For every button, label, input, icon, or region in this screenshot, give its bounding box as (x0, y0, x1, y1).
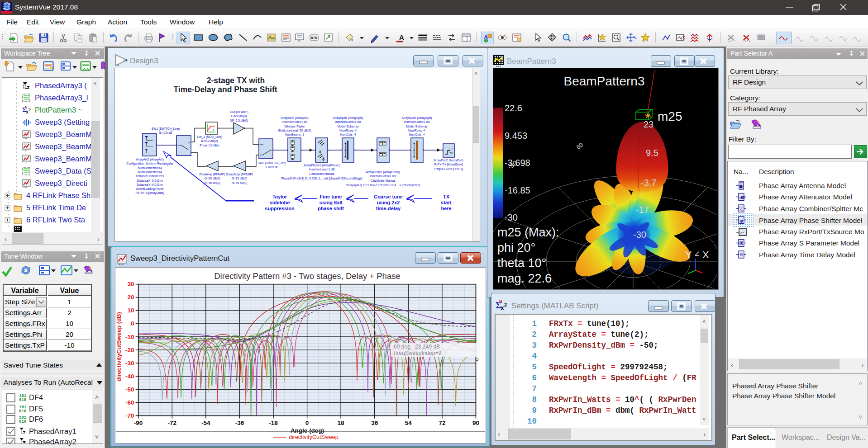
svg-text:-20: -20 (125, 347, 134, 354)
svg-text:Angle (deg): Angle (deg) (291, 427, 324, 434)
svg-text:ArrayAnt1 (ArrayAnt): ArrayAnt1 (ArrayAnt) (136, 158, 163, 161)
svg-text:NumCols=4: NumCols=4 (340, 133, 356, 136)
svg-text:-16.85: -16.85 (505, 185, 530, 195)
svg-text:9: 9 (532, 406, 537, 415)
svg-text:dB: dB (739, 195, 745, 200)
svg-text:X: X (702, 249, 709, 260)
svg-text:-50: -50 (125, 386, 134, 393)
svg-text:RxPwrDensity_dBm = -50;: RxPwrDensity_dBm = -50; (549, 341, 658, 350)
svg-text:FRxTx = tune(10);: FRxTx = tune(10); (549, 319, 630, 328)
svg-text:ArraySplit1 (ArraySplit): ArraySplit1 (ArraySplit) (333, 116, 363, 120)
svg-text:Lim_1 (MOD_Line): Lim_1 (MOD_Line) (197, 135, 222, 139)
svg-text:RxTx=Tx [ArrayState]: RxTx=Tx [ArrayState] (135, 191, 164, 195)
svg-text:ArrayDelay1 (ArrayDelay): ArrayDelay1 (ArrayDelay) (366, 170, 400, 174)
svg-text:69 deg, -23.249 dB: 69 deg, -23.249 dB (394, 344, 440, 350)
svg-text:NumElementsY=4: NumElementsY=4 (138, 170, 162, 174)
svg-text:IL=0.5 dB: IL=0.5 dB (266, 165, 279, 169)
svg-text:-30: -30 (505, 212, 518, 222)
svg-text:InsertionLoss=1 dB: InsertionLoss=1 dB (282, 120, 308, 123)
svg-text:(freqSweepIndep=9: (freqSweepIndep=9 (394, 350, 441, 356)
svg-text:SW2 (SWITCH_Line): SW2 (SWITCH_Line) (258, 161, 286, 165)
svg-text:010: 010 (19, 420, 26, 424)
svg-text:8: 8 (532, 395, 537, 404)
svg-text:NumCols=4: NumCols=4 (409, 133, 425, 136)
svg-text:2: 2 (29, 108, 31, 112)
svg-text:InsertionLoss=1 dB: InsertionLoss=1 dB (404, 120, 430, 123)
svg-text:NumBeams=1: NumBeams=1 (285, 133, 304, 136)
svg-text:2-stage TX with: 2-stage TX with (207, 76, 265, 85)
svg-text:G=20 dB(0): G=20 dB(0) (231, 114, 247, 118)
svg-text:Freq=10 GHz [FRxTx]: Freq=10 GHz [FRxTx] (434, 167, 463, 171)
svg-text:-90: -90 (134, 420, 143, 426)
svg-text:InsertionLoss=1 dB: InsertionLoss=1 dB (335, 120, 361, 123)
svg-text:9.453: 9.453 (505, 131, 527, 141)
svg-text:23: 23 (644, 119, 653, 129)
svg-text:Directivity Pattern #3 - Two s: Directivity Pattern #3 - Two stages, Del… (214, 271, 400, 281)
svg-text:22.6: 22.6 (505, 103, 522, 113)
svg-text:here: here (441, 206, 451, 211)
svg-text:NumElementsX=4: NumElementsX=4 (138, 166, 162, 170)
svg-text:TX: TX (449, 152, 453, 155)
svg-text:ϕ: ϕ (319, 150, 321, 154)
svg-text:ArrayState = tune(2);: ArrayState = tune(2); (549, 330, 649, 339)
svg-text:-18: -18 (269, 420, 278, 426)
svg-text:directivityCutSweep: directivityCutSweep (289, 434, 339, 440)
svg-text:5: 5 (532, 363, 537, 372)
svg-text:mag. 22.6: mag. 22.6 (497, 272, 552, 285)
svg-text:SW1 (SWITCH_Line): SW1 (SWITCH_Line) (152, 127, 180, 131)
svg-text:Coarse tune: Coarse tune (374, 194, 403, 199)
svg-text:InsertionLoss=1 dB: InsertionLoss=1 dB (309, 168, 335, 171)
svg-text:-10: -10 (125, 334, 134, 340)
svg-text:Taylor: Taylor (272, 194, 287, 199)
svg-text:φ: φ (739, 218, 743, 223)
svg-text:N: N (25, 106, 27, 109)
svg-text:SpeedOfLight = 299792458;: SpeedOfLight = 299792458; (549, 363, 668, 372)
svg-text:directivityCutSweep (dB): directivityCutSweep (dB) (115, 312, 122, 382)
svg-text:-60: -60 (125, 399, 134, 406)
svg-text:?: ? (89, 266, 91, 271)
svg-text:-30: -30 (125, 360, 134, 367)
svg-text:RX: RX (449, 147, 453, 150)
svg-text:phase shift: phase shift (318, 206, 344, 211)
svg-text:3: 3 (532, 341, 537, 350)
svg-text:using 8x8: using 8x8 (320, 200, 343, 205)
svg-text:90: 90 (472, 420, 479, 426)
svg-text:NumRows=4: NumRows=4 (408, 129, 425, 132)
svg-text:ArrayPhase1 (ArrayPhase): ArrayPhase1 (ArrayPhase) (304, 164, 340, 167)
svg-text:-36: -36 (235, 420, 244, 426)
svg-text:WaveLength = SpeedOfLight / (F: WaveLength = SpeedOfLight / (FR (549, 373, 696, 382)
svg-text:10: 10 (527, 417, 537, 426)
svg-text:10: 10 (128, 307, 134, 314)
svg-text:BTN: BTN (311, 36, 317, 39)
svg-text:0: 0 (131, 320, 134, 327)
svg-text:ϕ: ϕ (322, 157, 324, 161)
svg-text:CalcMode=Manual: CalcMode=Manual (309, 172, 334, 175)
svg-text:Time-Delay and Phase Shift: Time-Delay and Phase Shift (173, 85, 277, 94)
svg-text:-54: -54 (201, 420, 210, 426)
svg-text:PhaseShift=(8x8) [0,-0.519,-1.: PhaseShift=(8x8) [0,-0.519,-1... rad [ph… (281, 177, 362, 180)
svg-text:4: 4 (532, 352, 537, 361)
svg-text:-17: -17 (636, 205, 649, 215)
svg-text:Mode=Subarray: Mode=Subarray (406, 125, 428, 128)
svg-text:7: 7 (532, 384, 537, 393)
svg-text:x: x (501, 304, 504, 311)
svg-text:G=15 dB(0): G=15 dB(0) (232, 177, 247, 180)
svg-text:G=20 dB(0): G=20 dB(0) (205, 177, 220, 180)
svg-text:A: A (399, 33, 404, 41)
svg-text:-70: -70 (125, 412, 134, 419)
svg-text:Pmax=10 dBm: Pmax=10 dBm (200, 144, 219, 147)
svg-text:6: 6 (532, 373, 537, 382)
svg-text:CalcMode=Manual: CalcMode=Manual (370, 179, 396, 182)
svg-text:-30: -30 (633, 230, 646, 240)
svg-text:1: 1 (532, 319, 537, 328)
svg-text:TX: TX (443, 194, 450, 199)
svg-text:-72: -72 (167, 420, 176, 426)
svg-text:NF=6 dB(0): NF=6 dB(0) (205, 181, 220, 185)
svg-text:using 2x2: using 2x2 (377, 200, 400, 205)
svg-text:Configuration=Uniform Rectangu: Configuration=Uniform Rectangular (126, 162, 173, 165)
svg-text:N: N (499, 299, 502, 304)
svg-text:InsertionLoss=1 dB: InsertionLoss=1 dB (370, 174, 396, 178)
svg-text:2: 2 (504, 302, 507, 307)
svg-text:18: 18 (338, 420, 345, 426)
svg-text:RxPwrIn_dBm = dbm( RxPwrIn_Wat: RxPwrIn_dBm = dbm( RxPwrIn_Watt (549, 406, 696, 415)
